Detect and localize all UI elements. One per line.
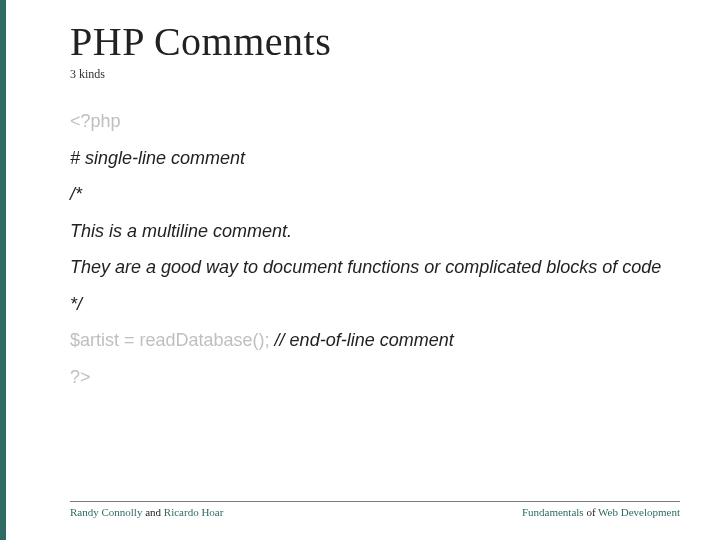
code-block: <?php # single-line comment /* This is a… bbox=[70, 110, 680, 388]
hash-comment: # single-line comment bbox=[70, 147, 680, 170]
footer-author-2: Ricardo Hoar bbox=[164, 506, 224, 518]
footer-join-right: of bbox=[584, 506, 598, 518]
slide-subtitle: 3 kinds bbox=[70, 67, 680, 82]
php-open-tag: <?php bbox=[70, 110, 680, 133]
slide: PHP Comments 3 kinds <?php # single-line… bbox=[0, 0, 720, 540]
footer-join-left: and bbox=[142, 506, 163, 518]
footer-book-word-2: Web Development bbox=[598, 506, 680, 518]
multiline-comment-line-2: They are a good way to document function… bbox=[70, 256, 680, 279]
footer: Randy Connolly and Ricardo Hoar Fundamen… bbox=[70, 501, 680, 518]
footer-left: Randy Connolly and Ricardo Hoar bbox=[70, 506, 223, 518]
block-comment-close: */ bbox=[70, 293, 680, 316]
eol-comment: // end-of-line comment bbox=[275, 330, 454, 350]
statement-prefix: $artist = readDatabase(); bbox=[70, 330, 275, 350]
php-close-tag: ?> bbox=[70, 366, 680, 389]
multiline-comment-line-1: This is a multiline comment. bbox=[70, 220, 680, 243]
slide-title: PHP Comments bbox=[70, 18, 680, 65]
statement-line: $artist = readDatabase(); // end-of-line… bbox=[70, 329, 680, 352]
footer-author-1: Randy Connolly bbox=[70, 506, 142, 518]
footer-book-word-1: Fundamentals bbox=[522, 506, 584, 518]
footer-right: Fundamentals of Web Development bbox=[522, 506, 680, 518]
block-comment-open: /* bbox=[70, 183, 680, 206]
